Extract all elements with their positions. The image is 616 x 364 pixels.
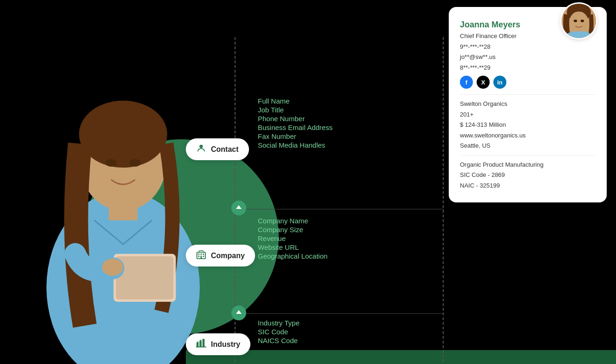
company-fields: Company Name Company Size Revenue Websit…: [258, 217, 328, 261]
divider-2: [235, 313, 444, 314]
profile-card: Joanna Meyers Chief Finance Officer 9**-…: [449, 7, 607, 202]
divider-1: [235, 209, 444, 209]
svg-marker-10: [236, 205, 242, 209]
svg-point-29: [581, 20, 584, 22]
industry-label: Industry: [211, 340, 240, 349]
field-naics-code: NAICS Code: [258, 337, 300, 344]
field-phone-number: Phone Number: [258, 115, 333, 122]
profile-naics-code: NAIC - 325199: [460, 181, 596, 190]
profile-industry-type: Organic Product Manufacturing: [460, 160, 596, 169]
field-company-name: Company Name: [258, 217, 328, 224]
field-revenue: Revenue: [258, 235, 328, 242]
svg-point-27: [570, 12, 589, 32]
contact-fields: Full Name Job Title Phone Number Busines…: [258, 98, 333, 150]
center-content: Contact Full Name Job Title Phone Number…: [190, 37, 451, 353]
company-label: Company: [211, 252, 245, 260]
company-button[interactable]: Company: [186, 245, 255, 266]
field-full-name: Full Name: [258, 98, 333, 104]
profile-phone: 9**-***-**28: [460, 42, 596, 52]
field-website-url: Website URL: [258, 244, 328, 251]
svg-rect-20: [199, 341, 202, 348]
svg-rect-12: [198, 254, 200, 255]
dashed-border: [235, 37, 444, 364]
arrow-icon-2: [231, 306, 246, 320]
linkedin-icon[interactable]: in: [493, 76, 506, 89]
svg-point-9: [199, 145, 203, 148]
social-icons: f X in: [460, 76, 596, 89]
card-divider-1: [460, 94, 596, 95]
industry-button[interactable]: Industry: [186, 333, 250, 355]
svg-rect-22: [196, 346, 206, 347]
profile-fax: 8**-***-**29: [460, 63, 596, 72]
industry-icon: [196, 338, 206, 351]
field-job-title: Job Title: [258, 106, 333, 113]
svg-point-8: [102, 259, 123, 276]
svg-rect-15: [198, 256, 200, 257]
contact-label: Contact: [211, 145, 239, 154]
field-social-media: Social Media Handles: [258, 142, 333, 149]
contact-icon: [196, 143, 206, 156]
svg-rect-23: [197, 341, 198, 343]
svg-rect-7: [116, 256, 174, 299]
field-business-email: Business Email Address: [258, 124, 333, 131]
svg-rect-14: [203, 254, 204, 255]
svg-point-28: [574, 20, 577, 22]
svg-rect-13: [201, 254, 202, 255]
profile-sic-code: SIC Code - 2869: [460, 170, 596, 180]
facebook-icon[interactable]: f: [460, 76, 473, 89]
svg-rect-21: [203, 339, 205, 347]
arrow-icon-1: [231, 201, 246, 215]
profile-location: Seattle, US: [460, 141, 596, 150]
svg-point-4: [105, 159, 117, 167]
industry-fields: Industry Type SIC Code NAICS Code: [258, 319, 300, 346]
contact-button[interactable]: Contact: [186, 138, 249, 160]
profile-company-name: Swelton Organics: [460, 99, 596, 109]
field-sic-code: SIC Code: [258, 328, 300, 335]
svg-point-3: [79, 101, 167, 168]
svg-rect-24: [200, 340, 201, 341]
avatar: [560, 2, 597, 39]
svg-rect-16: [201, 256, 202, 259]
profile-email: jo**@sw**.us: [460, 52, 596, 62]
company-icon: [196, 249, 206, 262]
profile-revenue: $ 124-313 Million: [460, 120, 596, 130]
field-fax-number: Fax Number: [258, 133, 333, 140]
field-industry-type: Industry Type: [258, 319, 300, 326]
profile-website: www.sweltonorganics.us: [460, 131, 596, 140]
svg-rect-17: [203, 256, 204, 257]
svg-point-5: [129, 159, 141, 167]
field-geographical-location: Geographical Location: [258, 253, 328, 260]
card-divider-2: [460, 155, 596, 156]
field-company-size: Company Size: [258, 226, 328, 233]
svg-marker-18: [236, 310, 242, 314]
profile-company-size: 201+: [460, 110, 596, 119]
twitter-icon[interactable]: X: [477, 76, 490, 89]
